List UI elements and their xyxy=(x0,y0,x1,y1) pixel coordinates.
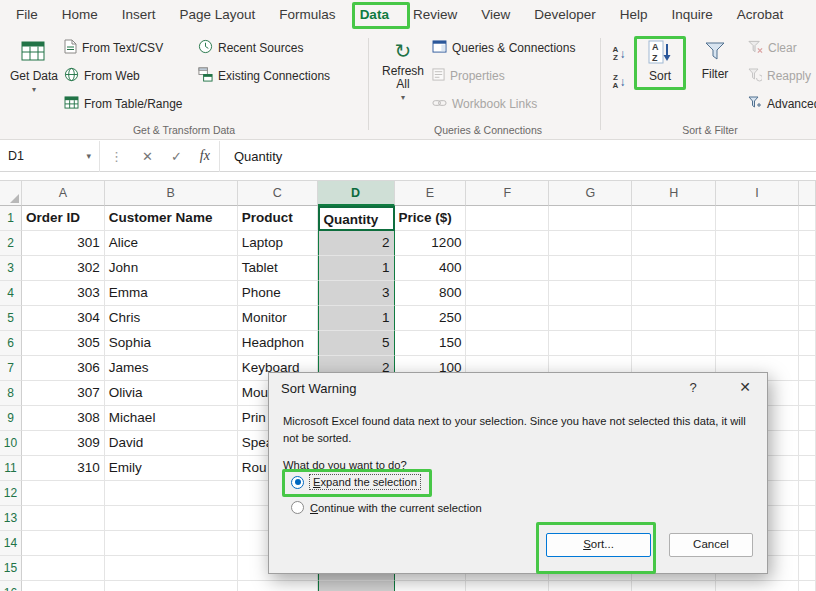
cell-F5[interactable] xyxy=(466,306,549,331)
cell-B16[interactable] xyxy=(105,581,238,591)
cell-D2[interactable]: 2 xyxy=(318,231,395,256)
cell-F1[interactable] xyxy=(466,206,549,231)
cell-B4[interactable]: Emma xyxy=(105,281,238,306)
cell-G1[interactable] xyxy=(549,206,632,231)
row-header-8[interactable]: 8 xyxy=(0,381,22,406)
tab-insert[interactable]: Insert xyxy=(110,0,168,30)
cell-J2[interactable] xyxy=(799,231,816,256)
cell-G2[interactable] xyxy=(549,231,632,256)
refresh-all-button[interactable]: ↻ Refresh All ▾ xyxy=(376,34,430,122)
column-header-I[interactable]: I xyxy=(716,181,799,206)
cell-B1[interactable]: Customer Name xyxy=(105,206,238,231)
from-text-csv-button[interactable]: From Text/CSV xyxy=(64,36,163,60)
confirm-entry-icon[interactable]: ✓ xyxy=(162,149,191,164)
existing-connections-button[interactable]: Existing Connections xyxy=(198,64,330,88)
tab-file[interactable]: File xyxy=(4,0,50,30)
cell-A14[interactable] xyxy=(22,531,105,556)
tab-home[interactable]: Home xyxy=(50,0,110,30)
cell-D6[interactable]: 5 xyxy=(318,331,395,356)
cell-G4[interactable] xyxy=(549,281,632,306)
row-header-4[interactable]: 4 xyxy=(0,281,22,306)
cell-J5[interactable] xyxy=(799,306,816,331)
cell-A8[interactable]: 307 xyxy=(22,381,105,406)
cell-D3[interactable]: 1 xyxy=(318,256,395,281)
row-header-6[interactable]: 6 xyxy=(0,331,22,356)
cell-G3[interactable] xyxy=(549,256,632,281)
cell-B5[interactable]: Chris xyxy=(105,306,238,331)
cell-I6[interactable] xyxy=(716,331,799,356)
cell-G16[interactable] xyxy=(549,581,632,591)
formula-input[interactable]: Quantity xyxy=(219,141,816,172)
cell-A12[interactable] xyxy=(22,481,105,506)
tab-review[interactable]: Review xyxy=(401,0,469,30)
cell-F6[interactable] xyxy=(466,331,549,356)
tab-view[interactable]: View xyxy=(469,0,522,30)
cell-A4[interactable]: 303 xyxy=(22,281,105,306)
filter-button[interactable]: Filter xyxy=(690,34,740,122)
tab-acrobat[interactable]: Acrobat xyxy=(725,0,796,30)
cell-B15[interactable] xyxy=(105,556,238,581)
cell-I4[interactable] xyxy=(716,281,799,306)
cancel-entry-icon[interactable]: ✕ xyxy=(133,149,162,164)
tab-data[interactable]: Data xyxy=(348,0,401,30)
radio-expand-selection[interactable]: Expand the selection xyxy=(291,475,420,489)
cell-C2[interactable]: Laptop xyxy=(238,231,318,256)
row-header-15[interactable]: 15 xyxy=(0,556,22,581)
cell-F3[interactable] xyxy=(466,256,549,281)
cell-J3[interactable] xyxy=(799,256,816,281)
cell-A16[interactable] xyxy=(22,581,105,591)
cell-B12[interactable] xyxy=(105,481,238,506)
column-header-G[interactable]: G xyxy=(549,181,632,206)
cell-J10[interactable] xyxy=(799,431,816,456)
cell-D4[interactable]: 3 xyxy=(318,281,395,306)
row-header-3[interactable]: 3 xyxy=(0,256,22,281)
cell-I16[interactable] xyxy=(716,581,799,591)
from-web-button[interactable]: From Web xyxy=(64,64,140,88)
row-header-1[interactable]: 1 xyxy=(0,206,22,231)
cell-A5[interactable]: 304 xyxy=(22,306,105,331)
column-header-D[interactable]: D xyxy=(318,181,395,206)
dialog-close-button[interactable]: ✕ xyxy=(731,379,759,395)
cell-H5[interactable] xyxy=(632,306,716,331)
cell-H2[interactable] xyxy=(632,231,716,256)
cell-E1[interactable]: Price ($) xyxy=(395,206,467,231)
cell-J1[interactable] xyxy=(799,206,816,231)
cell-E4[interactable]: 800 xyxy=(395,281,467,306)
cell-I5[interactable] xyxy=(716,306,799,331)
cell-H16[interactable] xyxy=(632,581,716,591)
column-header-H[interactable]: H xyxy=(632,181,716,206)
cell-J6[interactable] xyxy=(799,331,816,356)
cell-J13[interactable] xyxy=(799,506,816,531)
row-header-12[interactable]: 12 xyxy=(0,481,22,506)
cell-A1[interactable]: Order ID xyxy=(22,206,105,231)
cell-H3[interactable] xyxy=(632,256,716,281)
cell-J14[interactable] xyxy=(799,531,816,556)
column-header-C[interactable]: C xyxy=(238,181,318,206)
row-header-9[interactable]: 9 xyxy=(0,406,22,431)
cell-A6[interactable]: 305 xyxy=(22,331,105,356)
cell-J15[interactable] xyxy=(799,556,816,581)
cell-D1[interactable]: Quantity xyxy=(318,206,395,231)
get-data-button[interactable]: Get Data ▾ xyxy=(8,34,60,122)
cell-J11[interactable] xyxy=(799,456,816,481)
sort-a-to-z-button[interactable]: AZ↓ xyxy=(606,42,632,66)
cell-B13[interactable] xyxy=(105,506,238,531)
cell-E2[interactable]: 1200 xyxy=(395,231,467,256)
cell-E16[interactable] xyxy=(395,581,467,591)
dialog-cancel-button[interactable]: Cancel xyxy=(669,533,753,557)
cell-D16[interactable] xyxy=(318,581,395,591)
column-header-F[interactable]: F xyxy=(466,181,549,206)
radio-continue-label[interactable]: Continue with the current selection xyxy=(310,502,482,514)
row-header-2[interactable]: 2 xyxy=(0,231,22,256)
tab-page-layout[interactable]: Page Layout xyxy=(168,0,268,30)
sort-button[interactable]: AZ Sort xyxy=(636,34,684,122)
insert-function-icon[interactable]: fx xyxy=(191,148,219,164)
row-header-13[interactable]: 13 xyxy=(0,506,22,531)
cell-A9[interactable]: 308 xyxy=(22,406,105,431)
dialog-sort-button[interactable]: Sort... xyxy=(546,533,651,557)
cell-B11[interactable]: Emily xyxy=(105,456,238,481)
cell-A13[interactable] xyxy=(22,506,105,531)
radio-continue-selection[interactable]: Continue with the current selection xyxy=(291,501,482,514)
cell-I1[interactable] xyxy=(716,206,799,231)
cell-J9[interactable] xyxy=(799,406,816,431)
